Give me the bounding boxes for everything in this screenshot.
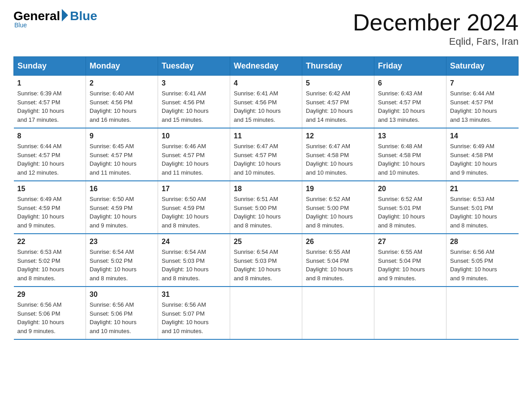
day-cell	[446, 287, 519, 339]
day-info: Sunrise: 6:47 AM Sunset: 4:57 PM Dayligh…	[234, 142, 298, 177]
day-info: Sunrise: 6:54 AM Sunset: 5:03 PM Dayligh…	[162, 248, 226, 283]
day-number: 26	[306, 238, 370, 246]
day-info: Sunrise: 6:44 AM Sunset: 4:57 PM Dayligh…	[450, 89, 515, 124]
day-cell: 25Sunrise: 6:54 AM Sunset: 5:03 PM Dayli…	[230, 234, 302, 287]
day-cell: 22Sunrise: 6:53 AM Sunset: 5:02 PM Dayli…	[14, 234, 86, 287]
day-number: 16	[90, 185, 154, 193]
day-cell: 9Sunrise: 6:45 AM Sunset: 4:57 PM Daylig…	[86, 128, 158, 181]
day-number: 29	[17, 291, 82, 299]
day-info: Sunrise: 6:54 AM Sunset: 5:02 PM Dayligh…	[90, 248, 154, 283]
day-info: Sunrise: 6:53 AM Sunset: 5:01 PM Dayligh…	[450, 195, 515, 230]
header-cell-sunday: Sunday	[14, 57, 86, 76]
day-cell: 23Sunrise: 6:54 AM Sunset: 5:02 PM Dayli…	[86, 234, 158, 287]
day-info: Sunrise: 6:55 AM Sunset: 5:04 PM Dayligh…	[378, 248, 442, 283]
day-info: Sunrise: 6:44 AM Sunset: 4:57 PM Dayligh…	[17, 142, 82, 177]
day-number: 4	[234, 79, 298, 87]
day-cell: 4Sunrise: 6:41 AM Sunset: 4:56 PM Daylig…	[230, 76, 302, 128]
day-number: 12	[306, 132, 370, 140]
day-info: Sunrise: 6:43 AM Sunset: 4:57 PM Dayligh…	[378, 89, 442, 124]
logo-blue-text: Blue	[70, 9, 97, 23]
week-row: 1Sunrise: 6:39 AM Sunset: 4:57 PM Daylig…	[14, 76, 519, 128]
header-row: SundayMondayTuesdayWednesdayThursdayFrid…	[14, 57, 519, 76]
day-number: 8	[17, 132, 82, 140]
day-info: Sunrise: 6:53 AM Sunset: 5:02 PM Dayligh…	[17, 248, 82, 283]
day-number: 22	[17, 238, 82, 246]
logo-subtitle: Blue	[14, 21, 27, 29]
day-cell: 30Sunrise: 6:56 AM Sunset: 5:06 PM Dayli…	[86, 287, 158, 339]
day-number: 28	[450, 238, 515, 246]
day-number: 9	[90, 132, 154, 140]
day-number: 15	[17, 185, 82, 193]
header-cell-wednesday: Wednesday	[230, 57, 302, 76]
month-title: December 2024	[353, 9, 519, 36]
header-cell-thursday: Thursday	[302, 57, 374, 76]
calendar-header: SundayMondayTuesdayWednesdayThursdayFrid…	[14, 57, 519, 76]
day-number: 14	[450, 132, 515, 140]
day-cell	[230, 287, 302, 339]
day-cell: 11Sunrise: 6:47 AM Sunset: 4:57 PM Dayli…	[230, 128, 302, 181]
day-number: 18	[234, 185, 298, 193]
day-number: 13	[378, 132, 442, 140]
week-row: 29Sunrise: 6:56 AM Sunset: 5:06 PM Dayli…	[14, 287, 519, 339]
day-number: 31	[162, 291, 226, 299]
day-info: Sunrise: 6:49 AM Sunset: 4:59 PM Dayligh…	[17, 195, 82, 230]
day-cell: 18Sunrise: 6:51 AM Sunset: 5:00 PM Dayli…	[230, 181, 302, 234]
header-cell-friday: Friday	[374, 57, 446, 76]
day-cell: 1Sunrise: 6:39 AM Sunset: 4:57 PM Daylig…	[14, 76, 86, 128]
day-info: Sunrise: 6:56 AM Sunset: 5:07 PM Dayligh…	[162, 300, 226, 335]
day-info: Sunrise: 6:42 AM Sunset: 4:57 PM Dayligh…	[306, 89, 370, 124]
day-cell: 26Sunrise: 6:55 AM Sunset: 5:04 PM Dayli…	[302, 234, 374, 287]
day-cell	[302, 287, 374, 339]
day-cell: 7Sunrise: 6:44 AM Sunset: 4:57 PM Daylig…	[446, 76, 519, 128]
day-cell: 17Sunrise: 6:50 AM Sunset: 4:59 PM Dayli…	[158, 181, 230, 234]
day-info: Sunrise: 6:39 AM Sunset: 4:57 PM Dayligh…	[17, 89, 82, 124]
day-cell: 28Sunrise: 6:56 AM Sunset: 5:05 PM Dayli…	[446, 234, 519, 287]
day-info: Sunrise: 6:46 AM Sunset: 4:57 PM Dayligh…	[162, 142, 226, 177]
week-row: 8Sunrise: 6:44 AM Sunset: 4:57 PM Daylig…	[14, 128, 519, 181]
day-number: 19	[306, 185, 370, 193]
day-number: 20	[378, 185, 442, 193]
day-cell	[374, 287, 446, 339]
day-cell: 10Sunrise: 6:46 AM Sunset: 4:57 PM Dayli…	[158, 128, 230, 181]
day-number: 3	[162, 79, 226, 87]
day-info: Sunrise: 6:41 AM Sunset: 4:56 PM Dayligh…	[162, 89, 226, 124]
day-info: Sunrise: 6:52 AM Sunset: 5:00 PM Dayligh…	[306, 195, 370, 230]
day-info: Sunrise: 6:51 AM Sunset: 5:00 PM Dayligh…	[234, 195, 298, 230]
calendar-body: 1Sunrise: 6:39 AM Sunset: 4:57 PM Daylig…	[14, 76, 519, 340]
day-info: Sunrise: 6:56 AM Sunset: 5:06 PM Dayligh…	[90, 300, 154, 335]
day-cell: 5Sunrise: 6:42 AM Sunset: 4:57 PM Daylig…	[302, 76, 374, 128]
header-cell-saturday: Saturday	[446, 57, 519, 76]
day-number: 2	[90, 79, 154, 87]
day-cell: 16Sunrise: 6:50 AM Sunset: 4:59 PM Dayli…	[86, 181, 158, 234]
day-number: 27	[378, 238, 442, 246]
day-cell: 13Sunrise: 6:48 AM Sunset: 4:58 PM Dayli…	[374, 128, 446, 181]
day-info: Sunrise: 6:52 AM Sunset: 5:01 PM Dayligh…	[378, 195, 442, 230]
day-number: 1	[17, 79, 82, 87]
day-cell: 29Sunrise: 6:56 AM Sunset: 5:06 PM Dayli…	[14, 287, 86, 339]
day-info: Sunrise: 6:47 AM Sunset: 4:58 PM Dayligh…	[306, 142, 370, 177]
title-block: December 2024 Eqlid, Fars, Iran	[353, 9, 519, 47]
header-cell-monday: Monday	[86, 57, 158, 76]
day-number: 11	[234, 132, 298, 140]
week-row: 15Sunrise: 6:49 AM Sunset: 4:59 PM Dayli…	[14, 181, 519, 234]
day-cell: 24Sunrise: 6:54 AM Sunset: 5:03 PM Dayli…	[158, 234, 230, 287]
day-info: Sunrise: 6:54 AM Sunset: 5:03 PM Dayligh…	[234, 248, 298, 283]
day-number: 6	[378, 79, 442, 87]
day-info: Sunrise: 6:50 AM Sunset: 4:59 PM Dayligh…	[90, 195, 154, 230]
logo: General Blue Blue	[13, 9, 97, 29]
day-number: 21	[450, 185, 515, 193]
calendar-table: SundayMondayTuesdayWednesdayThursdayFrid…	[13, 56, 519, 340]
day-cell: 15Sunrise: 6:49 AM Sunset: 4:59 PM Dayli…	[14, 181, 86, 234]
day-info: Sunrise: 6:40 AM Sunset: 4:56 PM Dayligh…	[90, 89, 154, 124]
day-info: Sunrise: 6:50 AM Sunset: 4:59 PM Dayligh…	[162, 195, 226, 230]
day-cell: 3Sunrise: 6:41 AM Sunset: 4:56 PM Daylig…	[158, 76, 230, 128]
day-number: 23	[90, 238, 154, 246]
day-info: Sunrise: 6:41 AM Sunset: 4:56 PM Dayligh…	[234, 89, 298, 124]
day-info: Sunrise: 6:49 AM Sunset: 4:58 PM Dayligh…	[450, 142, 515, 177]
header-cell-tuesday: Tuesday	[158, 57, 230, 76]
day-number: 7	[450, 79, 515, 87]
day-info: Sunrise: 6:56 AM Sunset: 5:05 PM Dayligh…	[450, 248, 515, 283]
day-cell: 21Sunrise: 6:53 AM Sunset: 5:01 PM Dayli…	[446, 181, 519, 234]
day-number: 17	[162, 185, 226, 193]
day-cell: 19Sunrise: 6:52 AM Sunset: 5:00 PM Dayli…	[302, 181, 374, 234]
